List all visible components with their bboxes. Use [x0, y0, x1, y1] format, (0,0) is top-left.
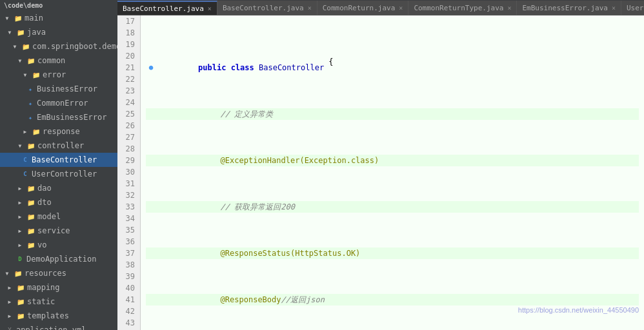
expand-icon: ▼	[15, 141, 25, 150]
sidebar-label: main	[25, 14, 43, 23]
folder-icon: 📁	[26, 240, 35, 249]
sidebar-item-response[interactable]: ▶ 📁 response	[0, 124, 117, 139]
sidebar-item-controller[interactable]: ▼ 📁 controller	[0, 139, 117, 153]
sidebar-item-vo[interactable]: ▶ 📁 vo	[0, 238, 117, 252]
sidebar-item-application[interactable]: Y application.yml	[0, 323, 117, 330]
code-lines[interactable]: ● public class BaseController { // 定义异常类…	[141, 15, 644, 330]
sidebar-label: service	[37, 226, 70, 235]
sidebar-label: CommonError	[37, 99, 88, 108]
sidebar-label: mapping	[27, 283, 60, 292]
folder-icon: 📁	[26, 56, 35, 65]
close-tab-icon[interactable]: ×	[208, 5, 212, 12]
close-tab-icon[interactable]: ×	[507, 5, 511, 12]
tab-CommonReturn[interactable]: CommonReturn.java ×	[317, 1, 409, 15]
sidebar-label: common	[37, 56, 65, 65]
code-line-18: // 定义异常类	[146, 108, 639, 120]
folder-icon: 📁	[16, 28, 25, 37]
folder-icon: 📁	[14, 269, 23, 278]
expand-icon: ▶	[15, 184, 25, 193]
sidebar-label: templates	[27, 311, 69, 320]
folder-icon: 📁	[21, 42, 30, 51]
code-line-21: @ResponseStatus(HttpStatus.OK)	[146, 248, 639, 259]
sidebar-label: dto	[37, 198, 52, 207]
sidebar-label: application.yml	[16, 325, 86, 330]
sidebar-item-BusinessError[interactable]: ✦ BusinessError	[0, 82, 117, 96]
sidebar-label: dao	[37, 184, 52, 193]
sidebar-item-dao[interactable]: ▶ 📁 dao	[0, 181, 117, 195]
sidebar-label: vo	[37, 240, 46, 249]
yml-icon: Y	[5, 325, 14, 330]
code-line-19: @ExceptionHandler(Exception.class)	[146, 155, 639, 166]
folder-icon: 📁	[26, 184, 35, 193]
sidebar-item-DemoApplication[interactable]: D DemoApplication	[0, 252, 117, 266]
folder-icon: 📁	[32, 127, 41, 136]
expand-icon: ▶	[5, 311, 14, 320]
folder-icon: 📁	[16, 297, 25, 306]
sidebar-item-resources[interactable]: ▼ 📁 resources	[0, 266, 117, 280]
sidebar-label: model	[37, 212, 61, 221]
java-icon: ✦	[26, 99, 35, 108]
tab-BaseController[interactable]: BaseController.java ×	[117, 1, 217, 15]
sidebar-item-common[interactable]: ▼ 📁 common	[0, 53, 117, 68]
sidebar-label: static	[27, 297, 55, 306]
tab-EmBusinessError[interactable]: EmBusinessError.java ×	[517, 1, 621, 15]
sidebar-item-CommonError[interactable]: ✦ CommonError	[0, 96, 117, 110]
close-tab-icon[interactable]: ×	[612, 5, 616, 12]
sidebar-label: BusinessError	[37, 84, 97, 93]
sidebar-label: controller	[37, 141, 84, 150]
sidebar-label: UserController	[32, 170, 97, 179]
folder-icon: 📁	[32, 70, 41, 79]
folder-icon: 📁	[16, 283, 25, 292]
code-editor[interactable]: 17 18 19 20 21 22 23 24 25 26 27 28 29 3…	[117, 15, 644, 330]
sidebar-item-dto[interactable]: ▶ 📁 dto	[0, 195, 117, 209]
folder-icon: 📁	[26, 198, 35, 207]
close-tab-icon[interactable]: ×	[399, 5, 403, 12]
java-icon: ✦	[26, 84, 35, 93]
java-icon: C	[21, 170, 30, 179]
tab-UserController[interactable]: UserController.java ×	[621, 1, 644, 15]
expand-icon: ▼	[3, 14, 12, 23]
tab-CommonReturnType[interactable]: CommonReturnType.java ×	[408, 1, 517, 15]
sidebar-label: java	[27, 28, 46, 37]
sidebar-item-error[interactable]: ▼ 📁 error	[0, 68, 117, 82]
expand-icon: ▼	[10, 42, 19, 51]
sidebar-label: BaseController	[32, 155, 97, 164]
sidebar-item-static[interactable]: ▶ 📁 static	[0, 295, 117, 309]
folder-icon: 📁	[26, 212, 35, 221]
expand-icon: ▼	[5, 28, 14, 37]
project-header: \code\demo	[0, 0, 117, 11]
folder-icon: 📁	[14, 14, 23, 23]
expand-icon: ▶	[15, 212, 25, 221]
folder-icon: 📁	[26, 226, 35, 235]
expand-icon: ▶	[15, 226, 25, 235]
sidebar-label: response	[43, 127, 80, 136]
sidebar-item-main[interactable]: ▼ 📁 main	[0, 11, 117, 25]
editor-area: BaseController.java × BaseController.jav…	[117, 0, 644, 330]
expand-icon: ▶	[5, 297, 14, 306]
java-icon: C	[21, 155, 30, 164]
sidebar-item-com[interactable]: ▼ 📁 com.springboot.demo	[0, 39, 117, 53]
close-tab-icon[interactable]: ×	[308, 5, 312, 12]
sidebar-item-mapping[interactable]: ▶ 📁 mapping	[0, 280, 117, 295]
sidebar-label: error	[43, 70, 66, 79]
file-tree: \code\demo ▼ 📁 main ▼ 📁 java ▼ 📁 com.spr…	[0, 0, 117, 330]
sidebar-item-EmBusinessError[interactable]: ✦ EmBusinessError	[0, 110, 117, 124]
code-line-20: // 获取异常返回200	[146, 201, 639, 213]
tab-2[interactable]: BaseController.java ×	[217, 1, 317, 15]
sidebar-item-UserController[interactable]: C UserController	[0, 167, 117, 181]
code-line-22: @ResponseBody//返回json	[146, 294, 639, 306]
sidebar-label: DemoApplication	[26, 255, 96, 264]
code-line-17: ● public class BaseController {	[146, 62, 639, 73]
sidebar-item-java[interactable]: ▼ 📁 java	[0, 25, 117, 39]
expand-icon: ▶	[21, 127, 30, 136]
line-numbers: 17 18 19 20 21 22 23 24 25 26 27 28 29 3…	[117, 15, 141, 330]
sidebar-label: com.springboot.demo	[32, 42, 117, 51]
gutter-icon: ●	[146, 62, 156, 73]
sidebar-item-service[interactable]: ▶ 📁 service	[0, 224, 117, 238]
tab-bar: BaseController.java × BaseController.jav…	[117, 0, 644, 15]
sidebar-item-templates[interactable]: ▶ 📁 templates	[0, 309, 117, 323]
sidebar-label: EmBusinessError	[37, 113, 106, 122]
sidebar-item-model[interactable]: ▶ 📁 model	[0, 209, 117, 224]
java-icon: D	[15, 255, 25, 264]
sidebar-item-BaseController[interactable]: C BaseController	[0, 153, 117, 167]
